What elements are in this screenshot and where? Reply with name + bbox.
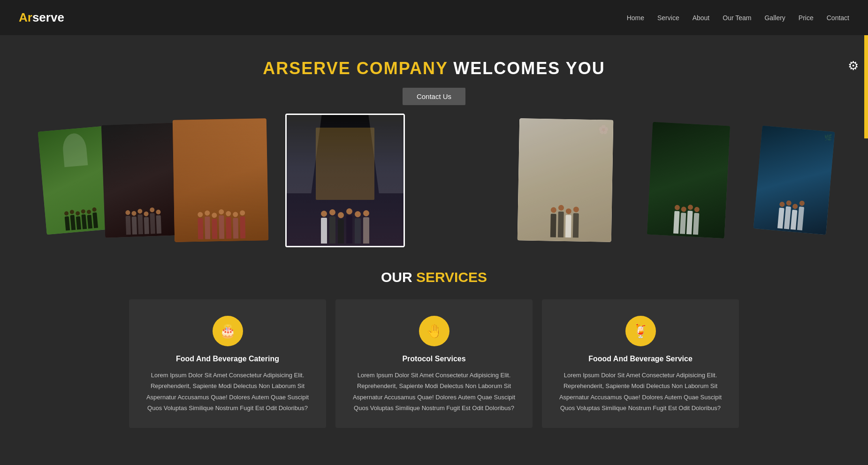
service-icon-catering: 🎂 [213, 316, 243, 346]
cake-icon: 🎂 [220, 323, 236, 339]
nav-home[interactable]: Home [627, 14, 644, 22]
gallery-photo-4-main [285, 114, 405, 247]
service-desc-catering: Lorem Ipsum Dolor Sit Amet Consectetur A… [143, 370, 312, 414]
gallery-photo-5: 🌸 [518, 118, 614, 242]
gallery-photo-3 [173, 118, 269, 242]
nav-price[interactable]: Price [799, 14, 814, 22]
logo-ar: Ar [19, 10, 32, 24]
services-title-our: OUR [381, 269, 416, 285]
service-title-protocol: Protocol Services [350, 355, 518, 363]
services-title: OUR SERVICES [28, 269, 840, 285]
service-icon-beverage: 🍹 [625, 316, 656, 346]
nav-gallery[interactable]: Gallery [764, 14, 785, 22]
gallery-photo-6 [647, 122, 730, 238]
nav-service[interactable]: Service [657, 14, 679, 22]
navbar: Arserve Home Service About Our Team Gall… [0, 0, 868, 35]
nav-ourteam[interactable]: Our Team [723, 14, 751, 22]
hero-title-yellow: ARSERVE COMPANY [263, 59, 448, 78]
service-card-beverage: 🍹 Foood And Beverage Service Lorem Ipsum… [542, 299, 739, 428]
services-cards: 🎂 Food And Beverage Catering Lorem Ipsum… [28, 299, 840, 428]
gallery-photo-2 [101, 122, 183, 238]
service-desc-beverage: Lorem Ipsum Dolor Sit Amet Consectetur A… [556, 370, 725, 414]
hand-icon: 🤚 [426, 323, 442, 339]
right-accent-bar [864, 35, 868, 138]
nav-contact[interactable]: Contact [827, 14, 849, 22]
hero-title: ARSERVE COMPANY WELCOMES YOU [9, 59, 859, 78]
nav-links: Home Service About Our Team Gallery Pric… [627, 14, 849, 22]
service-card-catering: 🎂 Food And Beverage Catering Lorem Ipsum… [129, 299, 326, 428]
service-title-catering: Food And Beverage Catering [143, 355, 312, 363]
service-title-beverage: Foood And Beverage Service [556, 355, 725, 363]
service-desc-protocol: Lorem Ipsum Dolor Sit Amet Consectetur A… [350, 370, 518, 414]
service-card-protocol: 🤚 Protocol Services Lorem Ipsum Dolor Si… [335, 299, 533, 428]
cocktail-icon: 🍹 [632, 323, 649, 339]
service-icon-protocol: 🤚 [419, 316, 449, 346]
services-section: OUR SERVICES 🎂 Food And Beverage Caterin… [0, 251, 868, 447]
gallery-strip: 🌸 🌿 [0, 110, 868, 251]
gallery-photo-7: 🌿 [754, 126, 835, 235]
services-title-services: SERVICES [416, 269, 487, 285]
gear-icon[interactable]: ⚙ [848, 59, 859, 73]
hero-section: ARSERVE COMPANY WELCOMES YOU ⚙ Contact U… [0, 35, 868, 110]
logo-serve: serve [32, 10, 64, 24]
logo: Arserve [19, 10, 64, 25]
contact-us-button[interactable]: Contact Us [403, 88, 465, 105]
hero-title-white: WELCOMES YOU [448, 59, 605, 78]
nav-about[interactable]: About [693, 14, 710, 22]
